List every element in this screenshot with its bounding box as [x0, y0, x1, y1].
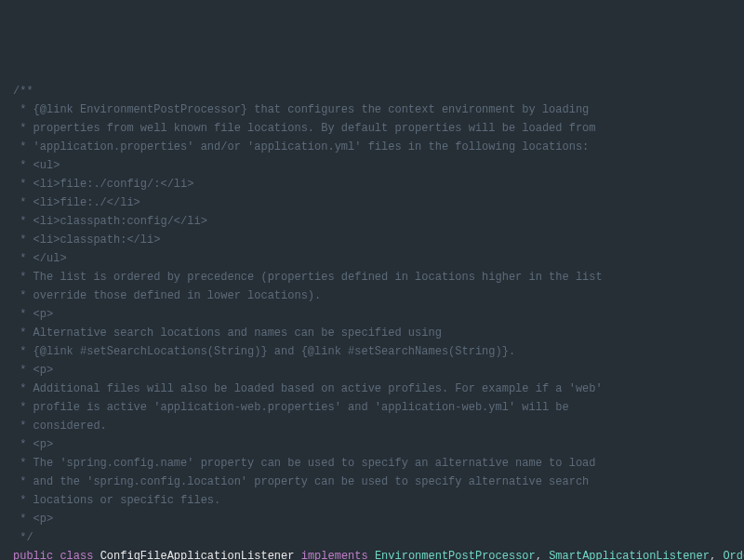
- comment-line: * </ul>: [13, 249, 731, 268]
- comment-line: * 'application.properties' and/or 'appli…: [13, 138, 731, 156]
- interface-name: EnvironmentPostProcessor: [375, 550, 536, 560]
- comment-line: * Additional files will also be loaded b…: [13, 380, 731, 398]
- keyword-class: class: [60, 550, 93, 560]
- comment-line: * properties from well known file locati…: [13, 119, 731, 138]
- comment-line: * <ul>: [13, 156, 731, 175]
- comment-line: * and the 'spring.config.location' prope…: [13, 473, 731, 491]
- comment-line: * The 'spring.config.name' property can …: [13, 454, 731, 473]
- comment-line: * {@link #setSearchLocations(String)} an…: [13, 342, 731, 361]
- keyword-implements: implements: [301, 550, 368, 560]
- comment-line: * <p>: [13, 510, 731, 528]
- comment-line: * <li>classpath:config/</li>: [13, 212, 731, 231]
- comment-line: * Alternative search locations and names…: [13, 324, 731, 342]
- code-block: /** * {@link EnvironmentPostProcessor} t…: [13, 82, 731, 560]
- comment-line: * override those defined in lower locati…: [13, 287, 731, 305]
- comment-line: * The list is ordered by precedence (pro…: [13, 268, 731, 287]
- comment-line: * {@link EnvironmentPostProcessor} that …: [13, 100, 731, 119]
- comment-line: * <li>classpath:</li>: [13, 231, 731, 249]
- comment-line: * considered.: [13, 417, 731, 435]
- interface-name: Ordered: [723, 550, 744, 560]
- keyword-public: public: [13, 550, 53, 560]
- class-name: ConfigFileApplicationListener: [100, 550, 295, 560]
- comma: ,: [710, 550, 716, 560]
- comment-line: * <li>file:./config/:</li>: [13, 175, 731, 193]
- class-declaration: public class ConfigFileApplicationListen…: [13, 547, 731, 560]
- comment-line: /**: [13, 82, 731, 100]
- interface-name: SmartApplicationListener: [549, 550, 710, 560]
- comma: ,: [536, 550, 542, 560]
- comment-line: * <p>: [13, 305, 731, 324]
- comment-line: * locations or specific files.: [13, 491, 731, 510]
- comment-line: * <p>: [13, 361, 731, 380]
- comment-line: * <p>: [13, 435, 731, 454]
- comment-line: * profile is active 'application-web.pro…: [13, 398, 731, 417]
- comment-line: * <li>file:./</li>: [13, 193, 731, 212]
- comment-line: */: [13, 528, 731, 547]
